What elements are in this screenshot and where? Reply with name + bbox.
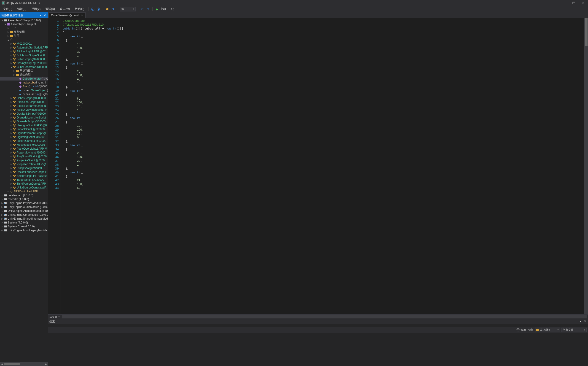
tree-node[interactable]: ▷GrenadeScript @02000 [0, 119, 48, 123]
tree-node[interactable]: ▷PlaneDoorLightsLPFP @ [0, 147, 48, 151]
tree-hscrollbar[interactable]: ◀ ▶ [0, 362, 48, 366]
search-button[interactable] [171, 7, 175, 11]
options-toggle[interactable]: 选项 [516, 328, 526, 332]
panel-close-button[interactable]: ✕ [583, 320, 587, 323]
tree-asm[interactable]: ▷UnityEngine.SharedInternalsModu [0, 217, 48, 221]
tree-node[interactable]: ▷TargetScript @020000 [0, 178, 48, 182]
tree-node[interactable]: ▷引用 [0, 34, 48, 38]
tree-node[interactable]: ▷AutomaticGunScriptLPFP [0, 46, 48, 49]
nav-back-button[interactable] [91, 7, 95, 11]
menu-window[interactable]: 窗口(W) [58, 7, 72, 11]
scroll-thumb[interactable] [4, 363, 20, 365]
tree-asm[interactable]: ▷System (4.0.0.0) [0, 221, 48, 224]
tree-node[interactable]: ▷派生类型 [0, 73, 48, 77]
tree-node[interactable]: ▷LightningScript @0200 [0, 135, 48, 139]
tree-node[interactable]: ▷RocketLauncherScriptLP [0, 170, 48, 174]
scroll-left-icon[interactable]: ◀ [0, 362, 4, 366]
tree-node[interactable]: ▷BlinkingLightLPFP @02 [0, 49, 48, 53]
tree-node[interactable]: ▷PumpShotgunScriptLPF [0, 166, 48, 170]
tree-member[interactable]: cubes_all : int[][] @0 [0, 92, 48, 96]
svg-rect-11 [4, 19, 7, 21]
search-scope-combo[interactable]: 以上所有 ▼ [535, 328, 560, 332]
tree-node[interactable]: ▷类型引用 [0, 30, 48, 34]
tree-node[interactable]: ▷DebrisScript @0200000 [0, 96, 48, 100]
tree-node[interactable]: ▷LightMovementScript @ [0, 131, 48, 135]
minimize-button[interactable] [562, 1, 566, 5]
tree-node[interactable]: ▷ExplosionScript @0200 [0, 100, 48, 104]
menu-view[interactable]: 视图(V) [30, 7, 42, 11]
tree-node[interactable]: ▷PE [0, 26, 48, 30]
tree-asm[interactable]: ▷UnityEngine.InputLegacyModule ( [0, 228, 48, 232]
menu-file[interactable]: 文件(F) [1, 7, 14, 11]
tree-node[interactable]: ▷SniperScriptLPFP @020 [0, 174, 48, 178]
tree-node[interactable]: ▷MouseLook @0200001 [0, 143, 48, 147]
menu-help[interactable]: 帮助(H) [73, 7, 86, 11]
tree-node[interactable]: ▷PropellerRotateLPFP @ [0, 162, 48, 166]
code-editor[interactable]: 1234567891011121314151617181920212223242… [48, 18, 588, 314]
tree-member[interactable]: Start() : void @0600 [0, 84, 48, 88]
tree-node[interactable]: ▷PlaySoundScript @0200 [0, 154, 48, 158]
tree-node[interactable]: ▷LookAtCamera @02000 [0, 139, 48, 143]
tree-node[interactable]: ▷ProjectileScript @0200 [0, 158, 48, 162]
tree-node[interactable]: ▷PlayerMovment @0200 [0, 151, 48, 154]
tree-member[interactable]: makecube(int, int, in [0, 81, 48, 84]
redo-button[interactable] [146, 7, 150, 11]
tree-node[interactable]: ▷基类和接口 [0, 69, 48, 73]
tree-asm[interactable]: ▷mscorlib (4.0.0.0) [0, 197, 48, 201]
menu-edit[interactable]: 编辑(E) [15, 7, 28, 11]
tree[interactable]: ◢Assembly-CSharp (0.0.0.0)◢Assembly-CSha… [0, 18, 48, 362]
start-button[interactable]: ▶ [155, 7, 159, 11]
zoom-value[interactable]: 100 % [49, 315, 57, 318]
tree-node[interactable]: ▷BulletScript @0200000 [0, 57, 48, 61]
tree-node[interactable]: ▷FieldOfViewIncreaseLPF [0, 108, 48, 112]
tree-cubegenerator[interactable]: ◢CubeGenerator @02000 [0, 65, 48, 69]
main: 程序集资源管理器 ▼ ✕ ◢Assembly-CSharp (0.0.0.0)◢… [0, 12, 588, 366]
panel-dropdown-button[interactable]: ▼ [579, 320, 582, 323]
tree-member[interactable]: cube : GameObject ( [0, 88, 48, 92]
undo-button[interactable] [140, 7, 144, 11]
search-input-row[interactable] [48, 324, 588, 327]
tree-node[interactable]: ▷{}FPSControllerLPFP [0, 189, 48, 193]
nav-forward-button[interactable] [96, 7, 100, 11]
chevron-down-icon[interactable]: ▼ [58, 316, 60, 318]
maximize-button[interactable] [572, 1, 576, 5]
tree-node[interactable]: ▷UnitySourceGeneratedA [0, 185, 48, 189]
editor-vscrollbar[interactable] [584, 18, 588, 314]
code-content[interactable]: // CubeGenerator // Token: 0x04000262 RI… [61, 18, 584, 314]
tree-asm[interactable]: ▷UnityEngine.AudioModule (0.0.0.0 [0, 205, 48, 209]
panel-close-button[interactable]: ✕ [43, 14, 46, 17]
editor-hscrollbar[interactable] [62, 315, 587, 318]
start-label[interactable]: 启动 [160, 7, 166, 11]
panel-dropdown-button[interactable]: ▼ [39, 14, 42, 17]
tree-member[interactable]: CubeGenerator() : vo [0, 77, 48, 81]
close-button[interactable] [582, 1, 585, 5]
tree-node[interactable]: ▷CasingScript @0200000 [0, 61, 48, 65]
tree-node[interactable]: ▷GrenadeLauncherScript [0, 115, 48, 119]
svg-rect-49 [19, 77, 22, 80]
tree-asm[interactable]: ▷UnityEngine.AnimationModule (0 [0, 209, 48, 213]
options-label: 选项 [520, 328, 526, 332]
tree-asm[interactable]: ▷netstandard (2.1.0.0) [0, 193, 48, 197]
tree-node[interactable]: ▷GasTankScript @02000 [0, 112, 48, 115]
tree-node[interactable]: ◢{}- [0, 38, 48, 42]
tree-node[interactable]: ▷ThirdPersonDemoLPFP [0, 182, 48, 185]
tree-node[interactable]: ▷BoltActionSniperScriptL [0, 53, 48, 57]
tree-asm[interactable]: ▷UnityEngine.CoreModule (0.0.0.0) [0, 213, 48, 217]
tree-node[interactable]: ▷HandgunScriptLPFP @0 [0, 123, 48, 127]
tab-close-button[interactable]: ✕ [81, 14, 83, 17]
scroll-thumb[interactable] [585, 18, 588, 46]
tree-asm[interactable]: ▷System.Core (4.0.0.0) [0, 224, 48, 228]
tree-module[interactable]: ◢Assembly-CSharp.dll [0, 22, 48, 26]
tree-node[interactable]: ▷ImpactScript @020000 [0, 127, 48, 131]
open-button[interactable] [105, 7, 109, 11]
reload-button[interactable] [111, 7, 115, 11]
tree-node[interactable]: ▷ExplosiveBarrelScript @ [0, 104, 48, 108]
language-combo[interactable]: C# ▼ [120, 7, 136, 11]
tab-cubegenerator[interactable]: CubeGenerator() : void ✕ [48, 12, 85, 18]
search-files-combo[interactable]: 所有文件 ▼ [561, 328, 587, 332]
tree-asm[interactable]: ▷UnityEngine.PhysicsModule (0.0.0 [0, 201, 48, 205]
tree-node[interactable]: ▷ @02000001 [0, 42, 48, 46]
tree-asm[interactable]: ◢Assembly-CSharp (0.0.0.0) [0, 18, 48, 22]
menu-debug[interactable]: 调试(D) [44, 7, 57, 11]
scroll-right-icon[interactable]: ▶ [44, 362, 48, 366]
